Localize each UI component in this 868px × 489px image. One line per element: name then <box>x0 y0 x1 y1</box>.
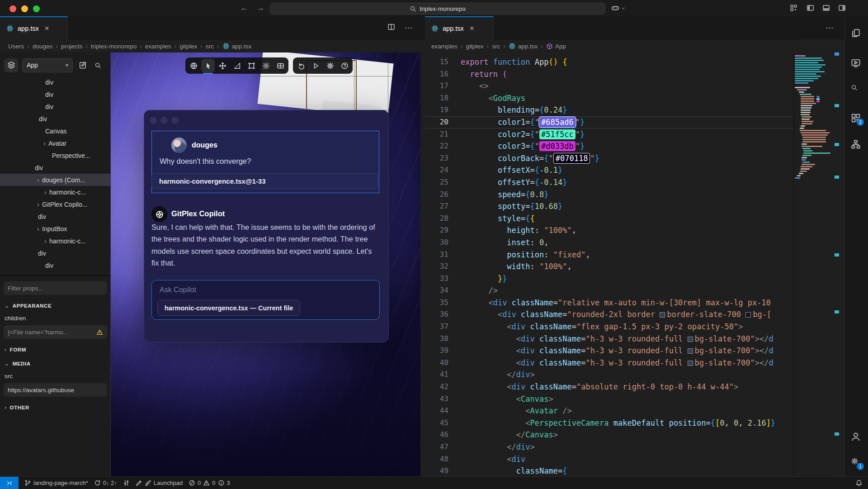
customize-layout-button[interactable] <box>790 4 797 12</box>
tree-item-inputbox[interactable]: ›InputBox <box>0 223 111 235</box>
code-line-30[interactable]: 30 inset: 0, <box>425 237 793 249</box>
notifications-bell-icon[interactable] <box>855 480 863 487</box>
tree-item-div[interactable]: div <box>0 88 111 100</box>
section-other[interactable]: › OTHER <box>5 404 107 411</box>
pages-icon[interactable] <box>851 28 861 38</box>
breadcrumb-item[interactable]: src <box>206 43 214 50</box>
code-line-16[interactable]: 16 return ( <box>425 68 793 81</box>
action-gear-button[interactable] <box>323 59 337 72</box>
tree-item-harmonic-c-[interactable]: ›harmonic-c... <box>0 186 111 198</box>
diagnostics-item[interactable]: 0 0 3 <box>189 480 230 486</box>
code-line-47[interactable]: 47 </div> <box>425 441 793 453</box>
code-line-24[interactable]: 24 offsetX={-0.1} <box>425 164 793 176</box>
scene-viewport[interactable]: douges Why doesn't this converge? harmon… <box>111 52 420 476</box>
code-line-33[interactable]: 33 }} <box>425 273 793 285</box>
search-icon[interactable] <box>851 84 858 91</box>
tool-ruler-button[interactable] <box>230 59 244 72</box>
code-line-29[interactable]: 29 height: "100%", <box>425 224 793 237</box>
breadcrumb[interactable]: examples›gitplex›src›app.tsx›App <box>425 40 799 52</box>
src-input[interactable]: https://avatars.githubuse <box>4 383 107 397</box>
breadcrumb-item[interactable]: app.tsx <box>222 43 252 50</box>
toggle-right-panel-button[interactable] <box>838 4 846 12</box>
breadcrumb-item[interactable]: Users <box>8 43 24 50</box>
code-line-34[interactable]: 34 /> <box>425 285 793 297</box>
chevron-right-icon[interactable]: › <box>37 201 39 208</box>
code-line-36[interactable]: 36 <div className="rounded-2xl border bo… <box>425 309 793 321</box>
breadcrumb-item[interactable]: gitplex <box>179 43 197 50</box>
code-line-35[interactable]: 35 <div className="relative mx-auto min-… <box>425 297 793 309</box>
code-line-49[interactable]: 49 className={ <box>425 465 793 476</box>
close-tab-icon[interactable]: × <box>45 24 49 33</box>
tree-item-gitplex-copilo-[interactable]: ›GitPlex Copilo... <box>0 198 111 210</box>
breadcrumb-item[interactable]: examples <box>431 43 458 50</box>
code-line-31[interactable]: 31 position: "fixed", <box>425 249 793 261</box>
code-line-44[interactable]: 44 <Avatar /> <box>425 405 793 417</box>
code-line-37[interactable]: 37 <div className="flex gap-1.5 px-3 py-… <box>425 321 793 333</box>
code-line-43[interactable]: 43 <Canvas> <box>425 393 793 405</box>
tree-item-div[interactable]: div <box>0 161 111 174</box>
chevron-right-icon[interactable]: › <box>37 176 39 183</box>
code-line-38[interactable]: 38 <div className="h-3 w-3 rounded-full … <box>425 333 793 345</box>
code-line-27[interactable]: 27 spotty={10.68} <box>425 200 793 213</box>
remote-indicator[interactable] <box>0 477 19 489</box>
breadcrumb-item[interactable]: app.tsx <box>509 43 538 50</box>
filter-props-input[interactable]: Filter props... <box>4 281 107 295</box>
tree-item-div[interactable]: div <box>0 76 111 88</box>
tree-item-douges-com-[interactable]: ›douges (Com... <box>0 174 111 186</box>
component-select[interactable]: App ▾ <box>22 58 73 72</box>
color-decorator[interactable]: #51f5cc <box>539 129 576 139</box>
code-line-42[interactable]: 42 <div className="absolute right-0 top-… <box>425 381 793 393</box>
open-in-editor-icon[interactable] <box>77 59 89 71</box>
color-decorator[interactable]: #070118 <box>553 153 590 164</box>
breadcrumb[interactable]: Users›douges›projects›triplex-monorepo›e… <box>0 40 432 52</box>
tree-item-div[interactable]: div <box>0 113 111 125</box>
tool-grid-button[interactable] <box>274 59 287 72</box>
tool-light-button[interactable] <box>259 59 273 72</box>
code-line-32[interactable]: 32 width: "100%", <box>425 261 793 273</box>
tree-item-perspective-[interactable]: Perspective... <box>0 149 111 161</box>
run-icon[interactable] <box>851 58 861 68</box>
close-tab-icon[interactable]: × <box>470 24 474 33</box>
code-line-48[interactable]: 48 <div <box>425 453 793 465</box>
search-scene-icon[interactable] <box>93 60 103 71</box>
tree-item-avatar[interactable]: ›Avatar <box>0 137 111 149</box>
toggle-bottom-panel-button[interactable] <box>822 4 830 12</box>
current-file-chip[interactable]: harmonic-convergence.tsx — Current file <box>157 300 300 316</box>
chevron-right-icon[interactable]: › <box>43 140 46 147</box>
forward-button[interactable]: → <box>255 3 266 13</box>
code-line-25[interactable]: 25 offsetY={-0.14} <box>425 176 793 189</box>
code-line-26[interactable]: 26 speed={0.8} <box>425 189 793 201</box>
traffic-minimize-button[interactable] <box>21 5 28 12</box>
git-branch-item[interactable]: landing-page-march* <box>24 480 88 486</box>
ask-copilot-input[interactable]: Ask Copilot harmonic-convergence.tsx — C… <box>151 280 380 320</box>
breadcrumb-item[interactable]: examples <box>145 43 171 50</box>
left-tab-app-tsx[interactable]: app.tsx × <box>0 16 68 40</box>
chevron-right-icon[interactable]: › <box>44 237 47 244</box>
tree-item-canvas[interactable]: Canvas <box>0 125 111 137</box>
launchpad-item[interactable]: Launchpad <box>136 480 183 486</box>
chat-window[interactable]: douges Why doesn't this converge? harmon… <box>144 110 389 342</box>
children-input[interactable]: {<File name="harmo... <box>4 325 107 339</box>
git-sync-item[interactable]: 0↓ 2↑ <box>94 480 117 486</box>
code-line-15[interactable]: 15export function App() { <box>425 56 793 68</box>
code-line-28[interactable]: 28 style={{ <box>425 213 793 225</box>
right-tab-app-tsx[interactable]: app.tsx × <box>425 16 494 40</box>
code-line-46[interactable]: 46 </Canvas> <box>425 429 793 441</box>
code-line-18[interactable]: 18 <GodRays <box>425 92 793 104</box>
git-graph-item[interactable] <box>123 480 130 486</box>
code-line-20[interactable]: 20 color1={"#685ad6"} <box>425 116 793 128</box>
code-line-39[interactable]: 39 <div className="h-3 w-3 rounded-full … <box>425 345 793 357</box>
code-line-19[interactable]: 19 blending={0.24} <box>425 104 793 116</box>
more-actions-icon[interactable]: ⋯ <box>405 23 412 33</box>
tool-move-button[interactable] <box>216 59 229 72</box>
color-decorator[interactable]: #685ad6 <box>539 117 576 127</box>
tree-item-div[interactable]: div <box>0 100 111 113</box>
section-form[interactable]: › FORM <box>5 347 107 353</box>
section-media[interactable]: ⌄ MEDIA <box>5 361 107 367</box>
code-line-21[interactable]: 21 color2={"#51f5cc"} <box>425 128 793 141</box>
code-line-17[interactable]: 17 <> <box>425 80 793 92</box>
copilot-menu-button[interactable] <box>611 4 626 12</box>
code-line-40[interactable]: 40 <div className="h-3 w-3 rounded-full … <box>425 357 793 369</box>
tool-globe-button[interactable] <box>187 59 200 72</box>
back-button[interactable]: ← <box>239 3 250 13</box>
